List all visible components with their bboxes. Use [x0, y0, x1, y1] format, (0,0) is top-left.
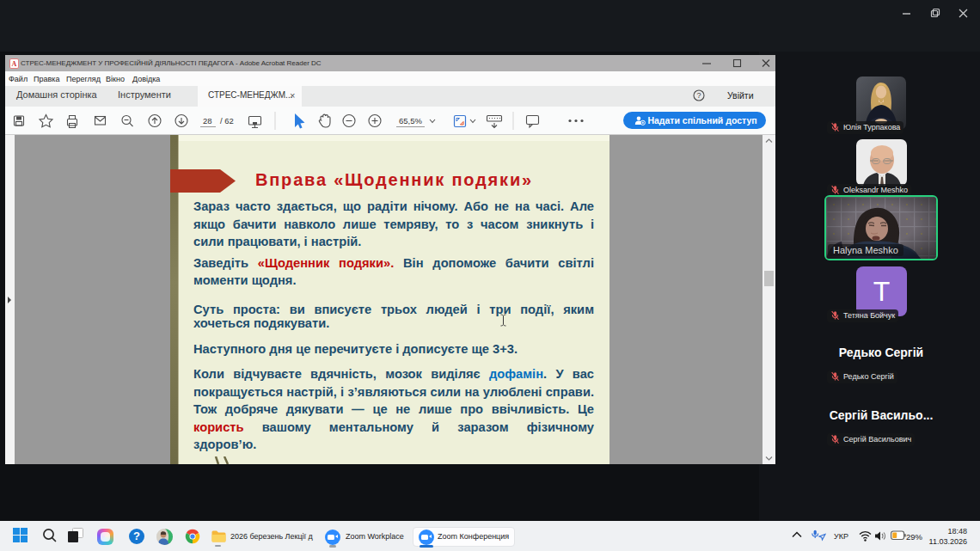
svg-text:/ 62: / 62: [220, 116, 234, 126]
svg-text:?: ?: [696, 91, 701, 100]
svg-text:28: 28: [203, 116, 212, 126]
svg-text:65,5%: 65,5%: [399, 116, 422, 126]
svg-text:A: A: [12, 60, 17, 68]
